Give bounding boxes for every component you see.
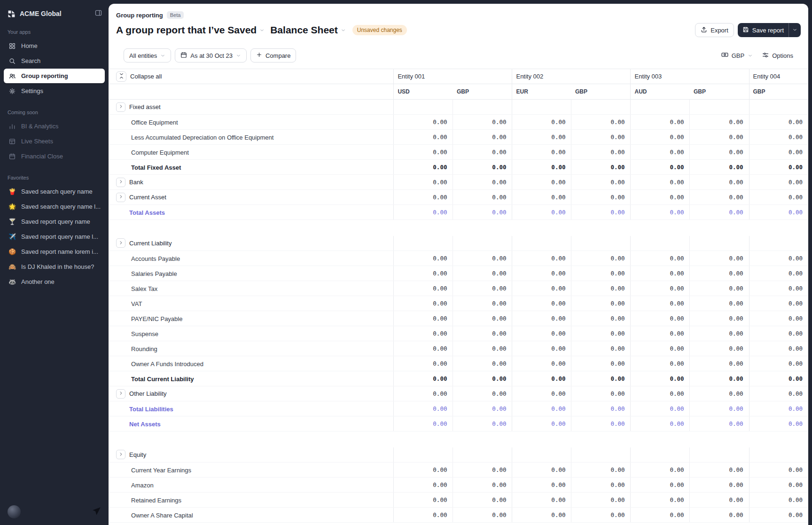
row-label-cell: Owner A Funds Introduced [109,356,394,371]
org-name: ACME Global [20,10,91,17]
sheet-name-dropdown[interactable]: Balance Sheet [270,24,346,36]
save-report-button[interactable]: Save report [738,23,789,37]
table-row: Other Liability0.000.000.000.000.000.000… [109,386,808,401]
value-cell: 0.00 [394,493,453,508]
value-cell: 0.00 [631,386,690,401]
entities-filter[interactable]: All entities [124,48,171,63]
options-button[interactable]: Options [762,52,793,60]
value-cell: 0.00 [453,251,512,266]
table-row: Bank0.000.000.000.000.000.000.00 [109,175,808,190]
spacer-cell [109,431,808,447]
sidebar-item-group-reporting[interactable]: Group reporting [4,69,105,83]
sidebar-item-settings[interactable]: Settings [4,84,105,98]
expand-row-button[interactable] [116,102,125,112]
value-cell: 0.00 [631,508,690,523]
value-cell: 0.00 [394,160,453,175]
sidebar-section-label: Coming soon [0,110,109,118]
row-label-cell: Bank [109,175,394,190]
sidebar-item-saved-search-query-name-l[interactable]: 🌟Saved search query name l... [4,199,105,214]
table-row: Salex Tax0.000.000.000.000.000.000.00 [109,281,808,296]
expand-row-button[interactable] [116,450,125,459]
row-label-cell: Net Assets [109,416,394,431]
value-cell: 0.00 [749,493,808,508]
expand-row-button[interactable] [116,389,125,399]
expand-row-button[interactable] [116,193,125,202]
row-label: Total Fixed Asset [109,164,181,171]
sidebar-item-label: Is DJ Khaled in the house? [21,263,94,270]
value-cell: 0.00 [690,401,749,416]
value-cell [394,236,453,251]
sidebar-item-is-dj-khaled-in-the-house[interactable]: 🙈Is DJ Khaled in the house? [4,259,105,274]
save-report-dropdown-button[interactable] [789,23,801,37]
expand-row-button[interactable] [116,238,125,248]
row-label-cell: VAT [109,296,394,311]
value-cell: 0.00 [690,326,749,341]
value-cell: 0.00 [571,296,631,311]
empty-header-cell [109,84,394,100]
date-filter[interactable]: As at 30 Oct 23 [175,48,247,63]
row-label-cell: Office Equipment [109,115,394,130]
expand-row-button[interactable] [116,178,125,187]
value-cell: 0.00 [690,281,749,296]
sidebar-item-saved-search-query-name[interactable]: 🍟Saved search query name [4,184,105,199]
row-label: Other Liability [129,390,166,397]
value-cell: 0.00 [453,160,512,175]
value-cell: 0.00 [690,462,749,478]
value-cell: 0.00 [453,281,512,296]
row-label-cell: Rounding [109,341,394,356]
sidebar-item-label: Settings [21,87,43,94]
currency-selector[interactable]: GBP [721,51,753,60]
row-label: Salex Tax [109,285,157,292]
value-cell: 0.00 [571,371,631,386]
value-cell: 0.00 [512,401,571,416]
table-row: Current Liability [109,236,808,251]
export-button[interactable]: Export [695,23,734,37]
sidebar-item-another-one[interactable]: 🦝Another one [4,274,105,289]
sidebar-header: ACME Global [0,0,109,18]
entities-filter-label: All entities [129,52,157,59]
value-cell: 0.00 [749,296,808,311]
row-label: Office Equipment [109,119,178,126]
chevron-down-icon [236,53,241,58]
value-cell [749,236,808,251]
sidebar-toggle-button[interactable] [95,9,102,18]
value-cell: 0.00 [571,145,631,160]
row-label-cell: Equity [109,447,394,462]
table-row: Current Year Earnings0.000.000.000.000.0… [109,462,808,478]
value-cell: 0.00 [512,251,571,266]
table-row: Current Asset0.000.000.000.000.000.000.0… [109,190,808,205]
value-cell: 0.00 [394,401,453,416]
value-cell: 0.00 [453,371,512,386]
sidebar-item-financial-close[interactable]: Financial Close [4,149,105,164]
sliders-icon [762,52,769,60]
entity-header: Entity 004 [749,69,808,84]
value-cell: 0.00 [749,386,808,401]
report-name-dropdown[interactable]: A group report that I’ve Saved [116,24,265,36]
sidebar-item-bi-analytics[interactable]: BI & Analytics [4,119,105,133]
sidebar-item-live-sheets[interactable]: Live Sheets [4,134,105,149]
avatar[interactable] [8,505,21,518]
row-label: Amazon [109,482,154,489]
value-cell [690,447,749,462]
sidebar-item-saved-report-name-lorem-i[interactable]: 🍪Saved report name lorem i... [4,244,105,259]
sidebar-item-saved-report-query-name[interactable]: 🍸Saved report query name [4,214,105,229]
value-cell: 0.00 [571,386,631,401]
value-cell: 0.00 [749,130,808,145]
report-table: Collapse allEntity 001Entity 002Entity 0… [109,69,808,523]
sidebar-item-search[interactable]: Search [4,54,105,68]
unsaved-changes-badge: Unsaved changes [352,25,407,35]
value-cell [394,100,453,115]
sidebar-item-label: Saved report name lorem i... [21,248,98,255]
sidebar-item-home[interactable]: Home [4,39,105,53]
row-label: Salaries Payable [109,270,177,277]
sidebar-item-label: Another one [21,278,55,285]
compare-button[interactable]: Compare [250,48,296,63]
sidebar-item-saved-report-query-name-l[interactable]: ✈️Saved report query name l... [4,229,105,244]
spacer-row [109,431,808,447]
value-cell: 0.00 [394,205,453,220]
emoji-icon: 🍸 [8,219,16,225]
collapse-all-button[interactable] [116,71,126,82]
value-cell: 0.00 [690,311,749,326]
table-row: Owner A Funds Introduced0.000.000.000.00… [109,356,808,371]
send-feedback-button[interactable] [92,507,101,517]
